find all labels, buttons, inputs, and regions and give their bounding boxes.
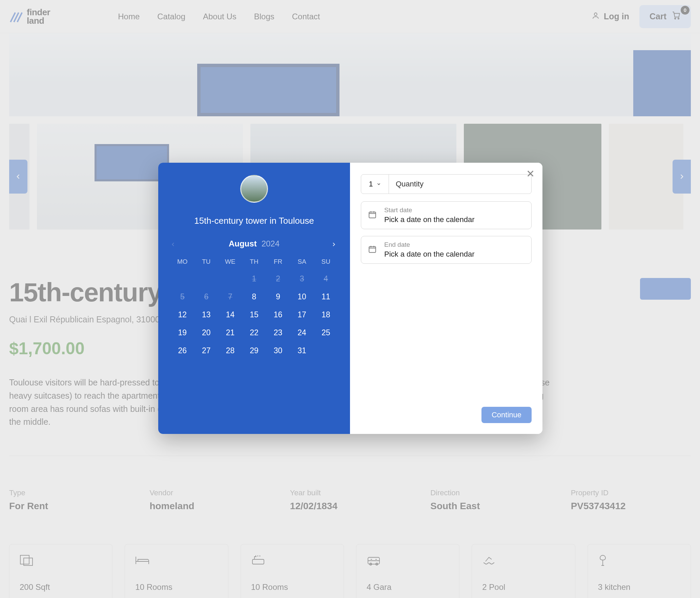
calendar-day[interactable]: 18 (314, 310, 338, 319)
calendar-day: 6 (194, 292, 219, 301)
start-date-label: Start date (384, 206, 475, 214)
chevron-down-icon (376, 180, 381, 188)
calendar-day[interactable]: 27 (194, 346, 219, 355)
calendar-day[interactable]: 24 (290, 328, 314, 337)
end-date-field[interactable]: End date Pick a date on the calendar (361, 236, 532, 264)
calendar-day[interactable]: 23 (266, 328, 290, 337)
calendar-icon (368, 245, 377, 255)
calendar-weekday: SA (290, 258, 314, 265)
calendar-weekday: TU (194, 258, 219, 265)
month-prev-button[interactable] (170, 240, 177, 249)
month-name: August (229, 239, 257, 248)
close-icon: ✕ (526, 168, 535, 180)
calendar-weekday: FR (266, 258, 290, 265)
booking-modal: 15th-century tower in Toulouse August 20… (158, 163, 542, 434)
calendar-day[interactable]: 22 (242, 328, 266, 337)
calendar-weekday: MO (170, 258, 194, 265)
calendar-day: 4 (314, 274, 338, 283)
calendar-day: 1 (242, 274, 266, 283)
modal-title: 15th-century tower in Toulouse (194, 216, 314, 226)
close-button[interactable]: ✕ (526, 169, 535, 178)
quantity-value: 1 (369, 180, 373, 188)
property-avatar (240, 175, 268, 203)
calendar-weekday: WE (218, 258, 242, 265)
calendar-day[interactable]: 29 (242, 346, 266, 355)
start-date-value: Pick a date on the calendar (384, 215, 475, 224)
month-year: 2024 (262, 239, 280, 248)
calendar-day[interactable]: 10 (290, 292, 314, 301)
modal-calendar-panel: 15th-century tower in Toulouse August 20… (158, 163, 350, 434)
calendar-day[interactable]: 14 (218, 310, 242, 319)
calendar-day[interactable]: 11 (314, 292, 338, 301)
calendar-day[interactable]: 20 (194, 328, 219, 337)
calendar-day[interactable]: 15 (242, 310, 266, 319)
calendar-day[interactable]: 31 (290, 346, 314, 355)
calendar-day[interactable]: 9 (266, 292, 290, 301)
quantity-select[interactable]: 1 (361, 175, 389, 194)
calendar-day[interactable]: 26 (170, 346, 194, 355)
calendar-day[interactable]: 28 (218, 346, 242, 355)
calendar-day[interactable]: 30 (266, 346, 290, 355)
calendar-day: 5 (170, 292, 194, 301)
end-date-value: Pick a date on the calendar (384, 250, 475, 259)
calendar-day: 7 (218, 292, 242, 301)
calendar-day[interactable]: 16 (266, 310, 290, 319)
month-selector: August 2024 (170, 239, 338, 248)
end-date-label: End date (384, 241, 475, 248)
modal-form-panel: ✕ 1 Quantity Start date Pick a date on t… (350, 163, 542, 434)
continue-button[interactable]: Continue (481, 407, 532, 423)
calendar-day[interactable]: 25 (314, 328, 338, 337)
calendar-day[interactable]: 8 (242, 292, 266, 301)
svg-rect-10 (369, 246, 376, 252)
calendar-day[interactable]: 13 (194, 310, 219, 319)
month-next-button[interactable] (331, 240, 338, 249)
calendar-grid: MOTUWETHFRSASU12345678910111213141516171… (170, 258, 338, 355)
svg-rect-9 (369, 212, 376, 218)
start-date-field[interactable]: Start date Pick a date on the calendar (361, 201, 532, 229)
calendar-weekday: SU (314, 258, 338, 265)
quantity-label: Quantity (389, 175, 531, 194)
quantity-row: 1 Quantity (361, 174, 532, 194)
calendar-day: 3 (290, 274, 314, 283)
calendar-icon (368, 210, 377, 220)
calendar-weekday: TH (242, 258, 266, 265)
calendar-day[interactable]: 12 (170, 310, 194, 319)
calendar-day[interactable]: 21 (218, 328, 242, 337)
calendar-day: 2 (266, 274, 290, 283)
calendar-day[interactable]: 17 (290, 310, 314, 319)
calendar-day[interactable]: 19 (170, 328, 194, 337)
